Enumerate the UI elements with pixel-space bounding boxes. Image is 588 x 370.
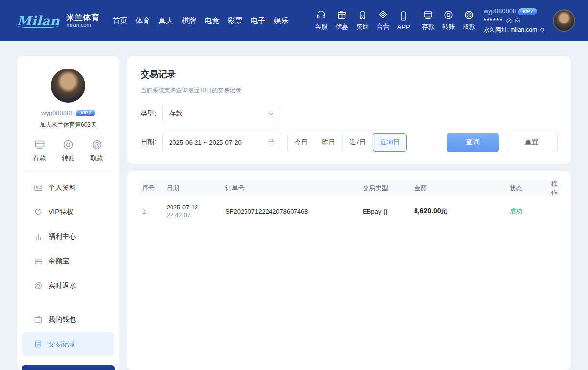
nav-item-entertainment[interactable]: 娱乐 — [274, 16, 289, 25]
sidebar-item-profile[interactable]: 个人资料 — [22, 176, 114, 200]
table-header-action: 操作 — [551, 180, 560, 197]
magnifier-icon[interactable] — [539, 27, 546, 33]
site-url: 永久网址: milan.com — [484, 25, 537, 35]
sidebar-item-rebate[interactable]: 实时返水 — [22, 274, 114, 298]
search-button[interactable]: 查询 — [447, 133, 499, 152]
wallet-icon — [34, 315, 43, 324]
ticket-icon — [378, 10, 388, 20]
nav-item-lottery[interactable]: 彩票 — [228, 16, 243, 25]
wallet-action-label: 存款 — [33, 154, 46, 162]
nav-item-home[interactable]: 首页 — [113, 16, 127, 25]
table-header-type: 交易类型 — [363, 184, 414, 193]
sidebar-item-label: 个人资料 — [49, 184, 76, 192]
wallet-action-transfer[interactable]: 转账 — [62, 139, 74, 162]
nav-item-live[interactable]: 真人 — [159, 16, 173, 25]
brand-name-cn: 米兰体育 — [67, 13, 100, 22]
wallet-action-label: 转账 — [62, 154, 74, 162]
quick-item-deposit[interactable]: 存款 — [422, 10, 435, 31]
range-yesterday-button[interactable]: 昨日 — [315, 133, 343, 152]
main-content: 交易记录 当前系统支持查询最近30日的交易记录 类型: 存款 日期: 2025-… — [127, 56, 571, 370]
eye-off-icon[interactable] — [506, 18, 512, 24]
status-badge: 成功 — [510, 207, 551, 216]
page-title: 交易记录 — [141, 69, 558, 80]
sidebar-item-vip[interactable]: VIP特权 — [22, 200, 114, 225]
sidebar-peek-bar — [22, 365, 115, 370]
nav-item-slots[interactable]: 电子 — [251, 16, 266, 25]
sidebar-item-transactions[interactable]: 交易记录 — [22, 332, 114, 356]
nav-item-chess[interactable]: 棋牌 — [182, 16, 196, 25]
reset-button[interactable]: 重置 — [506, 133, 558, 152]
sidebar-item-yuebao[interactable]: 余额宝 — [22, 249, 114, 274]
profile-avatar — [51, 69, 85, 103]
headset-icon — [316, 10, 326, 20]
table-header-amount: 金额 — [414, 184, 510, 193]
vip-badge: VIP 7 — [518, 8, 537, 15]
type-label: 类型: — [141, 109, 162, 118]
sidebar-item-label: 交易记录 — [49, 340, 76, 348]
profile-sidebar: wyp080808 VIP 7 加入米兰体育第603天 存款 转账 取款 个人资… — [17, 56, 119, 370]
type-select[interactable]: 存款 — [162, 104, 282, 123]
transaction-table-card: 序号 日期 订单号 交易类型 金额 状态 操作 1 2025-07-12 22:… — [127, 171, 571, 370]
profile-joined-days: 加入米兰体育第603天 — [40, 121, 97, 129]
target-icon — [34, 281, 43, 290]
quick-label: 取款 — [463, 23, 476, 31]
quick-item-sponsor[interactable]: 赞助 — [356, 10, 369, 31]
quick-item-partner[interactable]: 合营 — [377, 10, 390, 31]
quick-range-group: 今日 昨日 近7日 近30日 — [287, 133, 407, 152]
nav-item-sports[interactable]: 体育 — [136, 16, 150, 25]
transaction-filter-card: 交易记录 当前系统支持查询最近30日的交易记录 类型: 存款 日期: 2025-… — [127, 56, 571, 164]
cell-order-number: SF202507122242078607468 — [225, 208, 363, 215]
range-7days-button[interactable]: 近7日 — [343, 133, 373, 152]
sidebar-item-wallet[interactable]: 我的钱包 — [22, 307, 114, 332]
cell-date-day: 2025-07-12 — [167, 204, 225, 211]
sidebar-item-benefits[interactable]: 福利中心 — [22, 225, 114, 249]
sidebar-menu-secondary: 我的钱包 交易记录 — [17, 307, 119, 356]
profile-username: wyp080808 — [41, 109, 74, 116]
cell-no: 1 — [142, 208, 167, 215]
cell-amount: 8,620.00元 — [414, 207, 510, 216]
table-header: 序号 日期 订单号 交易类型 金额 状态 操作 — [139, 180, 559, 195]
sidebar-item-label: VIP特权 — [49, 208, 74, 217]
brand-logo[interactable]: Milan 米兰体育 milan.com — [17, 13, 100, 28]
cell-transaction-type: EBpay {} — [363, 208, 414, 215]
wallet-actions: 存款 转账 取款 — [17, 139, 119, 162]
sidebar-item-label: 我的钱包 — [49, 315, 76, 324]
nav-item-esports[interactable]: 电竞 — [205, 16, 220, 25]
quick-item-withdraw[interactable]: 取款 — [463, 10, 476, 31]
chevron-down-icon — [268, 110, 275, 117]
withdraw-icon — [91, 139, 103, 151]
quick-item-promotions[interactable]: 优惠 — [336, 10, 348, 31]
page-subtitle: 当前系统支持查询最近30日的交易记录 — [141, 86, 558, 94]
treasure-box-icon — [34, 257, 43, 266]
document-icon — [34, 340, 43, 348]
cell-date: 2025-07-12 22:42:07 — [167, 204, 225, 219]
transfer-icon — [62, 139, 74, 151]
user-avatar[interactable] — [553, 9, 575, 32]
withdraw-icon — [464, 10, 474, 20]
medal-icon — [357, 10, 368, 20]
top-navbar: Milan 米兰体育 milan.com 首页 体育 真人 棋牌 电竞 彩票 电… — [0, 0, 588, 41]
quick-label: 客服 — [315, 23, 328, 31]
transfer-icon — [443, 10, 454, 20]
quick-item-transfer[interactable]: 转账 — [442, 10, 455, 31]
cell-date-time: 22:42:07 — [167, 212, 225, 219]
wallet-action-label: 取款 — [91, 154, 103, 162]
quick-label: APP — [397, 23, 410, 31]
date-filter-row: 日期: 2025-06-21 ~ 2025-07-20 今日 昨日 近7日 近3… — [141, 133, 558, 152]
id-card-icon — [34, 184, 43, 192]
quick-label: 合营 — [377, 23, 390, 31]
quick-item-customer-service[interactable]: 客服 — [315, 10, 328, 31]
filter-buttons: 查询 重置 — [447, 133, 558, 152]
wallet-action-deposit[interactable]: 存款 — [33, 139, 46, 162]
range-30days-button[interactable]: 近30日 — [373, 133, 406, 152]
date-range-input[interactable]: 2025-06-21 ~ 2025-07-20 — [162, 133, 282, 152]
quick-label: 赞助 — [356, 23, 369, 31]
calendar-icon — [268, 139, 275, 146]
range-today-button[interactable]: 今日 — [288, 133, 315, 152]
table-header-no: 序号 — [142, 184, 167, 193]
quick-item-app[interactable]: APP — [397, 11, 410, 31]
refresh-circle-icon[interactable] — [514, 18, 521, 24]
wallet-action-withdraw[interactable]: 取款 — [91, 139, 103, 162]
user-info: wyp080808 VIP 7 ****** 永久网址: milan.com — [484, 6, 546, 34]
sidebar-item-label: 实时返水 — [49, 281, 76, 290]
